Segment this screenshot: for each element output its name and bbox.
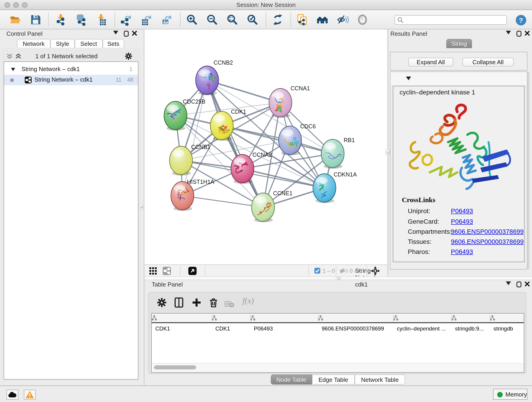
column-header-sharedname[interactable]	[152, 313, 212, 322]
cloud-status-button[interactable]	[6, 390, 18, 400]
close-panel-icon[interactable]	[525, 281, 531, 288]
duplicate-network-icon[interactable]	[297, 14, 309, 27]
zoom-fit-icon[interactable]	[226, 14, 239, 27]
tab-select[interactable]: Select	[75, 39, 103, 48]
table-cell[interactable]: CDK1	[155, 325, 211, 333]
show-all-icon[interactable]	[357, 14, 370, 27]
table-cell[interactable]: 9606.ENSP00000378699	[322, 325, 392, 333]
tab-node-table[interactable]: Node Table	[271, 375, 312, 385]
table-cell[interactable]: CDK1	[215, 325, 249, 333]
open-folder-icon[interactable]	[10, 14, 22, 27]
show-columns-icon[interactable]	[174, 298, 184, 307]
float-panel-icon[interactable]	[516, 281, 523, 288]
node-CCNA1[interactable]	[269, 89, 292, 118]
export-network-icon[interactable]	[120, 14, 133, 27]
column-divider[interactable]	[318, 314, 318, 322]
node-CDKN1A[interactable]	[313, 174, 336, 203]
network-collection-row[interactable]: String Network – cdk1 1	[4, 64, 138, 75]
table-cell[interactable]: P06493	[254, 325, 317, 333]
scrollbar-thumb[interactable]	[154, 365, 196, 370]
column-divider[interactable]	[212, 314, 212, 322]
collapse-arrow-icon[interactable]	[11, 68, 15, 71]
panel-menu-icon[interactable]	[506, 281, 512, 288]
results-scrollbar[interactable]	[528, 72, 530, 269]
column-divider[interactable]	[451, 314, 452, 322]
column-divider[interactable]	[250, 314, 251, 322]
float-panel-icon[interactable]	[124, 31, 130, 37]
node-label-CCNA1: CCNA1	[291, 85, 310, 91]
expand-all-button[interactable]: Expand All	[408, 58, 453, 66]
crosslink-compartments-link[interactable]: 9606.ENSP00000378699	[451, 228, 524, 235]
column-divider[interactable]	[393, 314, 394, 322]
crosslink-genecard-link[interactable]: P06493	[451, 218, 473, 225]
warning-button[interactable]	[24, 390, 36, 400]
import-table-file-icon[interactable]	[95, 14, 108, 27]
help-button[interactable]: ?	[515, 14, 528, 27]
memory-button[interactable]: Memory	[493, 389, 527, 400]
horizontal-splitter-handle[interactable]	[336, 277, 341, 280]
node-HIST1H1A[interactable]	[171, 182, 194, 211]
zoom-in-icon[interactable]	[186, 14, 199, 27]
close-panel-icon[interactable]	[525, 31, 531, 37]
protein-section-header[interactable]: CDK1	[390, 72, 527, 85]
tab-network-table[interactable]: Network Table	[355, 375, 405, 385]
table-cell[interactable]: stringdb	[494, 325, 523, 333]
tab-string[interactable]: String	[446, 39, 472, 48]
node-RB1[interactable]	[321, 139, 344, 169]
import-network-database-icon[interactable]	[75, 14, 88, 27]
column-divider[interactable]	[490, 314, 490, 322]
tab-edge-table[interactable]: Edge Table	[312, 375, 355, 385]
gear-icon[interactable]	[125, 52, 133, 60]
network-row-selected[interactable]: String Network – cdk1 11 48	[4, 75, 138, 85]
section-collapse-arrow-icon[interactable]	[406, 77, 411, 80]
search-input[interactable]	[405, 16, 505, 24]
node-CCNB2[interactable]	[196, 66, 219, 95]
table-horizontal-scrollbar[interactable]	[152, 363, 523, 372]
column-header-name[interactable]	[212, 313, 250, 322]
column-header-canonicalname[interactable]	[250, 313, 318, 322]
tab-style[interactable]: Style	[51, 39, 75, 48]
network-view-icon[interactable]	[163, 267, 171, 275]
left-splitter-handle[interactable]	[139, 204, 143, 210]
float-panel-icon[interactable]	[516, 31, 523, 37]
hide-selected-icon[interactable]	[337, 14, 350, 27]
node-table[interactable]: CDK1CDK1P064939606.ENSP00000378699cyclin…	[151, 313, 524, 373]
export-table-icon[interactable]	[140, 14, 153, 27]
zoom-selected-icon[interactable]	[247, 14, 259, 27]
export-image-icon[interactable]	[160, 14, 173, 27]
table-cell[interactable]: cyclin–dependent ...	[397, 325, 450, 333]
table-cell[interactable]: stringdb:9...	[455, 325, 489, 333]
first-neighbors-icon[interactable]	[317, 14, 329, 27]
node-CDC25B[interactable]	[164, 101, 187, 131]
crosslink-pharos-link[interactable]: P06493	[451, 248, 473, 255]
close-panel-icon[interactable]	[132, 31, 138, 37]
refresh-view-icon[interactable]	[272, 14, 285, 27]
crosslink-uniprot-link[interactable]: P06493	[451, 207, 473, 215]
birds-eye-view-icon[interactable]	[188, 267, 196, 275]
column-header-description[interactable]	[393, 313, 451, 322]
column-header-id[interactable]	[451, 313, 490, 322]
panel-menu-icon[interactable]	[506, 31, 512, 37]
search-field[interactable]	[394, 15, 507, 25]
table-gear-icon[interactable]	[157, 298, 167, 307]
selected-checkbox-icon[interactable]	[314, 268, 320, 274]
crosslink-tissues-link[interactable]: 9606.ENSP00000378699	[451, 238, 524, 245]
column-header-databaseidentifier[interactable]	[318, 313, 393, 322]
delete-column-icon[interactable]	[209, 298, 219, 307]
collapse-all-button[interactable]: Collapse All	[462, 58, 514, 66]
network-canvas[interactable]: CCNB2CCNA1CDC25BCDK1CDC6RB1CCNB1CCNA2CDK…	[144, 29, 387, 264]
tab-network[interactable]: Network	[17, 39, 51, 48]
import-network-file-icon[interactable]	[55, 14, 68, 27]
node-CCNB1[interactable]	[170, 146, 192, 176]
save-session-icon[interactable]	[30, 14, 43, 27]
node-label-CDC6: CDC6	[300, 123, 316, 129]
panel-menu-icon[interactable]	[113, 31, 120, 37]
fit-selected-icon[interactable]	[371, 266, 380, 275]
tab-sets[interactable]: Sets	[103, 39, 124, 48]
column-header-namespace[interactable]	[490, 313, 524, 322]
add-column-icon[interactable]	[191, 298, 202, 307]
right-splitter-handle[interactable]	[385, 149, 390, 155]
grid-view-icon[interactable]	[149, 267, 157, 275]
zoom-out-icon[interactable]	[206, 14, 219, 27]
node-CCNE1[interactable]	[252, 193, 274, 227]
